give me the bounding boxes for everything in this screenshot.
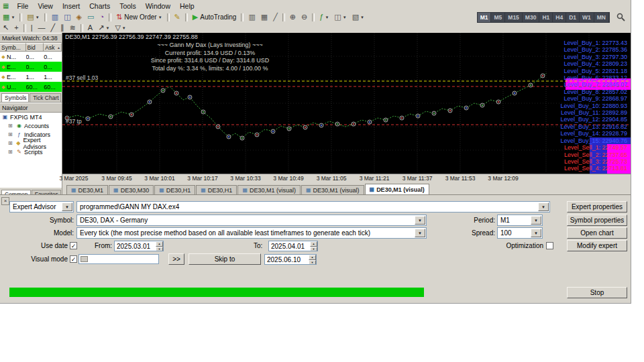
chart-tab[interactable]: ▦DE30,M30 <box>109 185 154 194</box>
close-tester-button[interactable]: × <box>1 197 9 205</box>
terminal-button[interactable]: ▭ <box>85 12 96 23</box>
to-date-spinner[interactable]: ▲▼ <box>310 241 317 251</box>
from-date-spinner[interactable]: ▲▼ <box>156 241 163 251</box>
menu-item-view[interactable]: View <box>33 1 58 11</box>
expand-icon[interactable]: ⊞ <box>8 131 14 137</box>
chart-canvas[interactable]: DE30,M1 22756.39 22756.39 22747.39 22755… <box>62 33 631 174</box>
expand-icon[interactable]: ⊞ <box>8 140 13 146</box>
navigator-button[interactable]: ◈ <box>74 12 84 23</box>
open-chart-button[interactable]: Open chart <box>567 227 627 239</box>
cursor-button[interactable]: ↖ <box>1 23 11 34</box>
menu-item-tools[interactable]: Tools <box>115 1 141 11</box>
zoom-out-button[interactable]: ⊖ <box>299 12 309 23</box>
spin-down-icon[interactable]: ▼ <box>156 247 163 251</box>
spin-down-icon[interactable]: ▼ <box>310 247 317 251</box>
to-date-field[interactable]: 2025.04.01 ▲▼ <box>268 241 318 251</box>
menu-item-window[interactable]: Window <box>141 1 175 11</box>
new-order-button[interactable]: ⇅New Order▼ <box>114 12 164 23</box>
expand-icon[interactable]: ⊞ <box>8 149 14 155</box>
trend-line-button[interactable]: ╱ <box>49 23 58 34</box>
chevron-down-icon[interactable]: ▼ <box>415 229 425 237</box>
templates-button[interactable]: ▧▼ <box>350 12 366 23</box>
timeframe-w1[interactable]: W1 <box>580 13 594 22</box>
vertical-line-button[interactable]: | <box>29 23 35 34</box>
horizontal-line-button[interactable]: — <box>36 23 48 34</box>
spread-select[interactable]: 100 ▼ <box>497 227 543 239</box>
data-window-button[interactable]: ◫ <box>62 12 72 23</box>
chevron-down-icon[interactable]: ▼ <box>415 216 425 225</box>
navigator-item-expert-advisors[interactable]: ⊞◆Expert Advisors <box>0 139 62 147</box>
spin-up-icon[interactable]: ▲ <box>156 241 163 247</box>
tab-symbols[interactable]: Symbols <box>1 93 29 102</box>
market-watch-button[interactable]: ▥ <box>50 12 60 23</box>
visual-mode-checkbox[interactable]: ✓ <box>70 255 77 263</box>
line-chart-button[interactable]: ╱ <box>271 12 280 23</box>
timeframe-d1[interactable]: D1 <box>566 13 580 22</box>
market-watch-row[interactable]: ◆U...60...60... <box>0 82 62 92</box>
search-button[interactable] <box>616 13 625 21</box>
autotrading-button[interactable]: ▶AutoTrading <box>191 12 239 23</box>
menu-item-file[interactable]: File <box>12 1 33 11</box>
expert-path-select[interactable]: programmed\GANN MY DAX.ex4 ▼ <box>76 201 550 213</box>
navigator-item-accounts[interactable]: ⊞◉Accounts <box>0 121 62 130</box>
chart-tab[interactable]: ▦DE30,M1 (visual) <box>237 185 301 194</box>
expand-icon[interactable]: ⊞ <box>8 123 14 129</box>
zoom-in-button[interactable]: ⊕ <box>288 12 298 23</box>
chart-tab[interactable]: ▦DE30,M1 (visual) <box>365 184 429 194</box>
chart-tab[interactable]: ▦DE30,M1 (visual) <box>301 185 364 194</box>
tab-tick-chart[interactable]: Tick Chart <box>30 93 61 102</box>
timeframe-m15[interactable]: M15 <box>505 13 523 22</box>
symbol-select[interactable]: DE30, DAX - Germany ▼ <box>76 215 427 226</box>
channel-button[interactable]: ∥ <box>58 23 66 34</box>
timeframe-h4[interactable]: H4 <box>553 13 566 22</box>
market-watch-row[interactable]: ◆E...0...0... <box>0 62 62 72</box>
timeframe-mn[interactable]: MN <box>594 13 609 22</box>
expert-properties-button[interactable]: Expert properties <box>567 201 627 213</box>
from-date-field[interactable]: 2025.03.01 ▲▼ <box>114 241 164 251</box>
timeframe-m5[interactable]: M5 <box>491 13 505 22</box>
market-watch-row[interactable]: ◆E...1...1... <box>0 72 62 82</box>
chevron-down-icon[interactable]: ▼ <box>531 229 541 237</box>
text-label-button[interactable]: A <box>86 23 95 34</box>
spin-down-icon[interactable]: ▼ <box>309 260 316 265</box>
navigator-item-fxpig-mt4[interactable]: ▣FXPIG MT4 <box>0 113 62 121</box>
timeframe-h1[interactable]: H1 <box>539 13 553 22</box>
time-axis[interactable]: 3 Mar 20253 Mar 09:453 Mar 10:013 Mar 10… <box>62 174 631 184</box>
slider-thumb[interactable] <box>80 256 88 262</box>
stop-button[interactable]: Stop <box>567 287 627 298</box>
strategy-tester-button[interactable]: ◔ <box>97 12 106 23</box>
menu-item-insert[interactable]: Insert <box>58 1 85 11</box>
new-chart-button[interactable]: ▦▼ <box>1 12 17 23</box>
spin-up-icon[interactable]: ▲ <box>310 241 317 247</box>
skip-date-spinner[interactable]: ▲▼ <box>309 255 316 264</box>
periods-button[interactable]: ◫▼ <box>332 12 348 23</box>
shapes-button[interactable]: ▽▼ <box>113 23 127 34</box>
chevron-down-icon[interactable]: ▼ <box>62 202 72 211</box>
skip-to-button[interactable]: Skip to <box>189 253 261 265</box>
symbol-properties-button[interactable]: Symbol properties <box>567 215 627 226</box>
period-select[interactable]: M1 ▼ <box>497 215 543 226</box>
crosshair-button[interactable]: + <box>12 23 20 34</box>
chart-tab[interactable]: ▦DE30,M1 <box>66 185 108 194</box>
modify-expert-button[interactable]: Modify expert <box>567 240 627 251</box>
menu-item-charts[interactable]: Charts <box>85 1 115 11</box>
fibonacci-button[interactable]: ≋ <box>68 23 78 34</box>
use-date-checkbox[interactable]: ✓ <box>70 242 77 249</box>
chart-tab[interactable]: ▦DE30,H1 <box>196 185 237 194</box>
optimization-checkbox[interactable] <box>546 242 553 249</box>
model-select[interactable]: Every tick (the most precise method base… <box>76 227 427 239</box>
visual-speed-slider[interactable] <box>78 254 159 264</box>
fast-forward-button[interactable]: >> <box>168 253 184 265</box>
market-watch-row[interactable]: ◆N...0...0... <box>0 52 62 62</box>
bar-chart-button[interactable]: ▥ <box>246 12 257 23</box>
column-ask[interactable]: Ask▲ <box>44 43 62 52</box>
chevron-down-icon[interactable]: ▼ <box>531 216 541 225</box>
column-bid[interactable]: Bid <box>26 43 44 52</box>
column-symbol[interactable]: Symb... <box>0 43 26 52</box>
timeframe-m1[interactable]: M1 <box>478 13 492 22</box>
tester-mode-select[interactable]: Expert Advisor ▼ <box>9 201 74 213</box>
indicators-button[interactable]: ƒ▼ <box>317 12 331 23</box>
menu-item-help[interactable]: Help <box>175 1 199 11</box>
arrows-button[interactable]: ↗▼ <box>96 23 111 34</box>
candle-chart-button[interactable]: ▦ <box>259 12 270 23</box>
